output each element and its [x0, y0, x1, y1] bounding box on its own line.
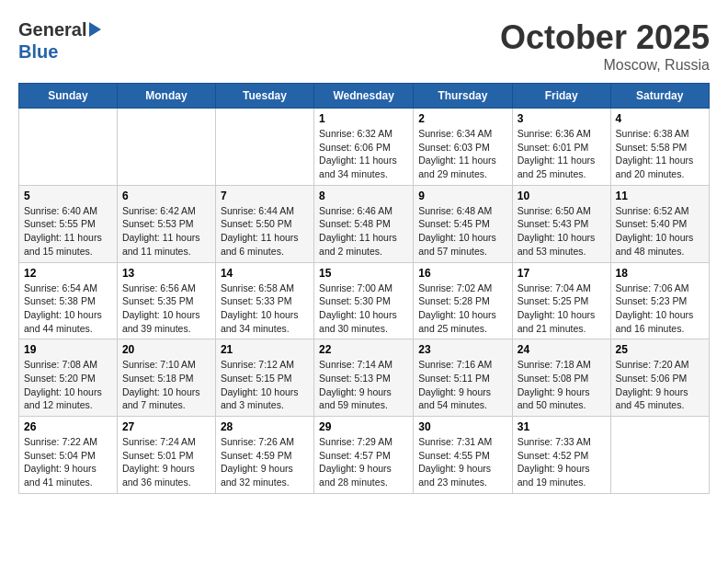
day-number: 17 — [518, 267, 606, 280]
day-cell: 13Sunrise: 6:56 AMSunset: 5:35 PMDayligh… — [117, 262, 215, 339]
day-number: 14 — [221, 267, 309, 280]
day-info: Sunrise: 7:16 AMSunset: 5:11 PMDaylight:… — [418, 358, 506, 412]
day-info: Sunrise: 6:44 AMSunset: 5:50 PMDaylight:… — [221, 204, 309, 259]
day-cell: 10Sunrise: 6:50 AMSunset: 5:43 PMDayligh… — [512, 185, 610, 262]
day-number: 8 — [319, 190, 408, 202]
day-info: Sunrise: 7:02 AMSunset: 5:28 PMDaylight:… — [418, 282, 506, 336]
day-info: Sunrise: 6:56 AMSunset: 5:35 PMDaylight:… — [122, 282, 210, 336]
day-number: 30 — [418, 420, 506, 433]
col-monday: Monday — [117, 84, 215, 109]
week-row-1: 5Sunrise: 6:40 AMSunset: 5:55 PMDaylight… — [19, 185, 710, 262]
logo: General Blue — [18, 18, 101, 63]
day-info: Sunrise: 7:20 AMSunset: 5:06 PMDaylight:… — [616, 358, 704, 412]
day-cell: 31Sunrise: 7:33 AMSunset: 4:52 PMDayligh… — [512, 417, 610, 494]
calendar-table: Sunday Monday Tuesday Wednesday Thursday… — [18, 83, 710, 494]
day-info: Sunrise: 6:36 AMSunset: 6:01 PMDaylight:… — [518, 127, 606, 181]
day-cell: 28Sunrise: 7:26 AMSunset: 4:59 PMDayligh… — [215, 417, 313, 494]
day-number: 9 — [418, 190, 506, 202]
logo-line1: General — [18, 18, 86, 40]
day-number: 15 — [319, 267, 408, 280]
day-info: Sunrise: 6:46 AMSunset: 5:48 PMDaylight:… — [319, 204, 408, 259]
day-number: 6 — [122, 190, 210, 202]
month-title: October 2025 Moscow, Russia — [500, 18, 710, 74]
day-info: Sunrise: 7:18 AMSunset: 5:08 PMDaylight:… — [518, 358, 606, 412]
header-row: Sunday Monday Tuesday Wednesday Thursday… — [19, 84, 710, 109]
day-cell: 4Sunrise: 6:38 AMSunset: 5:58 PMDaylight… — [610, 109, 709, 186]
day-number: 3 — [518, 112, 606, 125]
day-cell — [19, 109, 118, 186]
day-number: 5 — [24, 190, 112, 202]
day-number: 1 — [319, 112, 408, 125]
day-number: 13 — [122, 267, 210, 280]
day-info: Sunrise: 7:10 AMSunset: 5:18 PMDaylight:… — [122, 358, 210, 412]
day-cell — [610, 417, 709, 494]
day-number: 10 — [518, 190, 606, 202]
day-number: 11 — [616, 190, 704, 202]
day-cell: 7Sunrise: 6:44 AMSunset: 5:50 PMDaylight… — [215, 185, 313, 262]
col-tuesday: Tuesday — [215, 84, 313, 109]
day-number: 18 — [616, 267, 704, 280]
day-number: 23 — [418, 343, 506, 356]
day-info: Sunrise: 7:06 AMSunset: 5:23 PMDaylight:… — [616, 282, 704, 336]
day-number: 25 — [616, 343, 704, 356]
col-saturday: Saturday — [610, 84, 709, 109]
week-row-3: 19Sunrise: 7:08 AMSunset: 5:20 PMDayligh… — [19, 339, 710, 417]
day-number: 4 — [616, 112, 704, 125]
day-cell: 8Sunrise: 6:46 AMSunset: 5:48 PMDaylight… — [314, 185, 414, 262]
day-info: Sunrise: 6:50 AMSunset: 5:43 PMDaylight:… — [518, 204, 606, 259]
day-cell: 19Sunrise: 7:08 AMSunset: 5:20 PMDayligh… — [19, 339, 118, 417]
day-cell: 9Sunrise: 6:48 AMSunset: 5:45 PMDaylight… — [414, 185, 512, 262]
day-info: Sunrise: 7:31 AMSunset: 4:55 PMDaylight:… — [418, 435, 506, 489]
day-info: Sunrise: 6:42 AMSunset: 5:53 PMDaylight:… — [122, 204, 210, 259]
day-number: 12 — [24, 267, 112, 280]
day-number: 19 — [24, 343, 112, 356]
day-number: 22 — [319, 343, 408, 356]
day-cell: 21Sunrise: 7:12 AMSunset: 5:15 PMDayligh… — [215, 339, 313, 417]
day-info: Sunrise: 7:26 AMSunset: 4:59 PMDaylight:… — [221, 435, 309, 489]
day-info: Sunrise: 6:54 AMSunset: 5:38 PMDaylight:… — [24, 282, 112, 336]
col-friday: Friday — [512, 84, 610, 109]
day-info: Sunrise: 7:29 AMSunset: 4:57 PMDaylight:… — [319, 435, 408, 489]
day-cell: 17Sunrise: 7:04 AMSunset: 5:25 PMDayligh… — [512, 262, 610, 339]
col-thursday: Thursday — [414, 84, 512, 109]
day-cell: 25Sunrise: 7:20 AMSunset: 5:06 PMDayligh… — [610, 339, 709, 417]
day-info: Sunrise: 6:48 AMSunset: 5:45 PMDaylight:… — [418, 204, 506, 259]
day-info: Sunrise: 6:32 AMSunset: 6:06 PMDaylight:… — [319, 127, 408, 181]
day-cell: 24Sunrise: 7:18 AMSunset: 5:08 PMDayligh… — [512, 339, 610, 417]
day-cell: 5Sunrise: 6:40 AMSunset: 5:55 PMDaylight… — [19, 185, 118, 262]
day-cell: 15Sunrise: 7:00 AMSunset: 5:30 PMDayligh… — [314, 262, 414, 339]
day-number: 31 — [518, 420, 606, 433]
day-info: Sunrise: 7:33 AMSunset: 4:52 PMDaylight:… — [518, 435, 606, 489]
day-cell: 14Sunrise: 6:58 AMSunset: 5:33 PMDayligh… — [215, 262, 313, 339]
day-info: Sunrise: 7:12 AMSunset: 5:15 PMDaylight:… — [221, 358, 309, 412]
day-cell: 2Sunrise: 6:34 AMSunset: 6:03 PMDaylight… — [414, 109, 512, 186]
day-info: Sunrise: 6:52 AMSunset: 5:40 PMDaylight:… — [616, 204, 704, 259]
calendar-header: Sunday Monday Tuesday Wednesday Thursday… — [19, 84, 710, 109]
day-info: Sunrise: 6:40 AMSunset: 5:55 PMDaylight:… — [24, 204, 112, 259]
month-year: October 2025 — [500, 18, 710, 57]
day-number: 2 — [418, 112, 506, 125]
day-cell: 27Sunrise: 7:24 AMSunset: 5:01 PMDayligh… — [117, 417, 215, 494]
day-cell: 11Sunrise: 6:52 AMSunset: 5:40 PMDayligh… — [610, 185, 709, 262]
day-cell: 20Sunrise: 7:10 AMSunset: 5:18 PMDayligh… — [117, 339, 215, 417]
day-info: Sunrise: 7:00 AMSunset: 5:30 PMDaylight:… — [319, 282, 408, 336]
day-info: Sunrise: 7:24 AMSunset: 5:01 PMDaylight:… — [122, 435, 210, 489]
day-info: Sunrise: 6:58 AMSunset: 5:33 PMDaylight:… — [221, 282, 309, 336]
day-cell: 16Sunrise: 7:02 AMSunset: 5:28 PMDayligh… — [414, 262, 512, 339]
calendar-body: 1Sunrise: 6:32 AMSunset: 6:06 PMDaylight… — [19, 109, 710, 494]
day-number: 29 — [319, 420, 408, 433]
day-info: Sunrise: 7:08 AMSunset: 5:20 PMDaylight:… — [24, 358, 112, 412]
day-cell: 12Sunrise: 6:54 AMSunset: 5:38 PMDayligh… — [19, 262, 118, 339]
day-info: Sunrise: 7:04 AMSunset: 5:25 PMDaylight:… — [518, 282, 606, 336]
day-number: 16 — [418, 267, 506, 280]
day-number: 26 — [24, 420, 112, 433]
day-number: 27 — [122, 420, 210, 433]
page-header: General Blue October 2025 Moscow, Russia — [18, 18, 710, 74]
day-cell: 18Sunrise: 7:06 AMSunset: 5:23 PMDayligh… — [610, 262, 709, 339]
day-cell: 30Sunrise: 7:31 AMSunset: 4:55 PMDayligh… — [414, 417, 512, 494]
location: Moscow, Russia — [500, 57, 710, 74]
day-number: 7 — [221, 190, 309, 202]
day-cell: 22Sunrise: 7:14 AMSunset: 5:13 PMDayligh… — [314, 339, 414, 417]
day-cell: 26Sunrise: 7:22 AMSunset: 5:04 PMDayligh… — [19, 417, 118, 494]
day-cell: 1Sunrise: 6:32 AMSunset: 6:06 PMDaylight… — [314, 109, 414, 186]
